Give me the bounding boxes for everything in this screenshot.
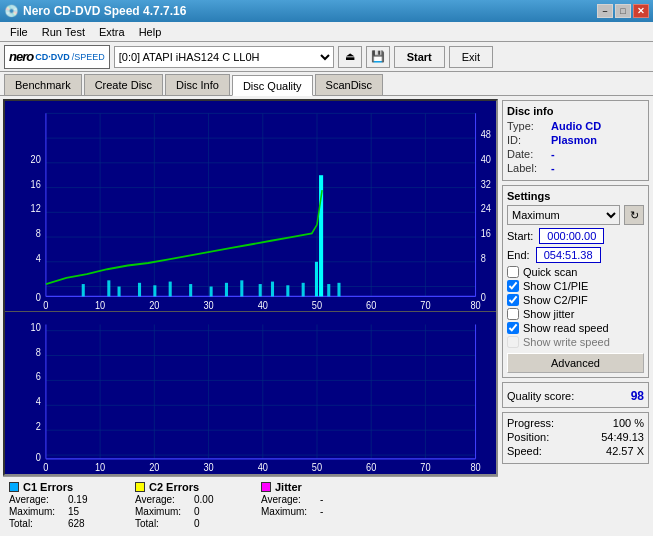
cd-dvd-speed-logo: CD·DVD [35, 52, 70, 62]
tab-create-disc[interactable]: Create Disc [84, 74, 163, 95]
svg-text:80: 80 [470, 299, 481, 311]
c1-legend: C1 Errors Average: 0.19 Maximum: 15 Tota… [9, 481, 119, 529]
window-title: Nero CD-DVD Speed 4.7.7.16 [23, 4, 186, 18]
svg-text:70: 70 [420, 299, 431, 311]
quality-score-label: Quality score: [507, 390, 574, 402]
svg-rect-52 [259, 284, 262, 296]
svg-rect-47 [169, 282, 172, 297]
tab-scandisc[interactable]: ScanDisc [315, 74, 383, 95]
svg-text:30: 30 [203, 462, 214, 474]
id-value: Plasmon [551, 134, 597, 146]
c2-color-swatch [135, 482, 145, 492]
jitter-label: Show jitter [523, 308, 574, 320]
c1-total-label: Total: [9, 518, 64, 529]
upper-chart: 0 4 8 12 16 20 0 8 16 24 32 40 48 0 10 [5, 101, 496, 312]
svg-text:0: 0 [43, 299, 48, 311]
jitter-title: Jitter [275, 481, 302, 493]
jitter-checkbox[interactable] [507, 308, 519, 320]
svg-text:40: 40 [258, 462, 269, 474]
refresh-button[interactable]: ↻ [624, 205, 644, 225]
c1-max-label: Maximum: [9, 506, 64, 517]
save-button[interactable]: 💾 [366, 46, 390, 68]
c1pie-label: Show C1/PIE [523, 280, 588, 292]
eject-button[interactable]: ⏏ [338, 46, 362, 68]
jitter-avg-value: - [320, 494, 323, 505]
menu-extra[interactable]: Extra [93, 24, 131, 40]
jitter-legend: Jitter Average: - Maximum: - [261, 481, 371, 529]
c2-legend: C2 Errors Average: 0.00 Maximum: 0 Total… [135, 481, 245, 529]
c2-max-value: 0 [194, 506, 200, 517]
speed-select[interactable]: Maximum [507, 205, 620, 225]
c1-total-value: 628 [68, 518, 85, 529]
svg-rect-53 [271, 282, 274, 297]
menu-help[interactable]: Help [133, 24, 168, 40]
tab-disc-info[interactable]: Disc Info [165, 74, 230, 95]
svg-text:8: 8 [481, 252, 486, 264]
svg-text:0: 0 [36, 452, 41, 464]
settings-panel: Settings Maximum ↻ Start: End: Quick sca… [502, 185, 649, 378]
end-time-input[interactable] [536, 247, 601, 263]
svg-text:2: 2 [36, 421, 41, 433]
speed-logo: /SPEED [72, 52, 105, 62]
c2-title: C2 Errors [149, 481, 199, 493]
speed-value: 42.57 X [606, 445, 644, 457]
maximize-button[interactable]: □ [615, 4, 631, 18]
c2pif-label: Show C2/PIF [523, 294, 588, 306]
svg-rect-48 [189, 284, 192, 296]
svg-rect-54 [286, 285, 289, 296]
type-value: Audio CD [551, 120, 601, 132]
menu-run-test[interactable]: Run Test [36, 24, 91, 40]
jitter-avg-label: Average: [261, 494, 316, 505]
start-button[interactable]: Start [394, 46, 445, 68]
quick-scan-checkbox[interactable] [507, 266, 519, 278]
tab-disc-quality[interactable]: Disc Quality [232, 75, 313, 96]
progress-panel: Progress: 100 % Position: 54:49.13 Speed… [502, 412, 649, 464]
svg-rect-55 [302, 283, 305, 297]
svg-text:80: 80 [470, 462, 481, 474]
close-button[interactable]: ✕ [633, 4, 649, 18]
main-content: 0 4 8 12 16 20 0 8 16 24 32 40 48 0 10 [0, 96, 653, 536]
svg-rect-42 [82, 284, 85, 296]
svg-text:4: 4 [36, 396, 41, 408]
svg-text:60: 60 [366, 462, 377, 474]
write-speed-label: Show write speed [523, 336, 610, 348]
disc-label-label: Label: [507, 162, 547, 174]
quick-scan-label: Quick scan [523, 266, 577, 278]
svg-text:10: 10 [31, 321, 42, 333]
svg-text:16: 16 [31, 178, 42, 190]
svg-rect-49 [210, 287, 213, 297]
c1pie-checkbox[interactable] [507, 280, 519, 292]
nero-logo: nero [9, 49, 33, 64]
svg-text:10: 10 [95, 299, 106, 311]
c2pif-checkbox[interactable] [507, 294, 519, 306]
advanced-button[interactable]: Advanced [507, 353, 644, 373]
id-label: ID: [507, 134, 547, 146]
c2-max-label: Maximum: [135, 506, 190, 517]
c2-avg-label: Average: [135, 494, 190, 505]
drive-select[interactable]: [0:0] ATAPI iHAS124 C LL0H [114, 46, 334, 68]
svg-text:0: 0 [481, 292, 486, 304]
c1-color-swatch [9, 482, 19, 492]
settings-title: Settings [507, 190, 644, 202]
quality-score-value: 98 [631, 389, 644, 403]
svg-text:48: 48 [481, 128, 492, 140]
menu-file[interactable]: File [4, 24, 34, 40]
tab-benchmark[interactable]: Benchmark [4, 74, 82, 95]
speed-label: Speed: [507, 445, 542, 457]
svg-text:20: 20 [149, 462, 160, 474]
tabs-bar: Benchmark Create Disc Disc Info Disc Qua… [0, 72, 653, 96]
c1-avg-label: Average: [9, 494, 64, 505]
read-speed-checkbox[interactable] [507, 322, 519, 334]
menu-bar: File Run Test Extra Help [0, 22, 653, 42]
exit-button[interactable]: Exit [449, 46, 493, 68]
svg-text:20: 20 [31, 153, 42, 165]
svg-rect-45 [138, 283, 141, 297]
minimize-button[interactable]: – [597, 4, 613, 18]
start-time-input[interactable] [539, 228, 604, 244]
svg-rect-0 [5, 101, 496, 311]
svg-text:20: 20 [149, 299, 160, 311]
svg-rect-43 [107, 280, 110, 296]
c2-avg-value: 0.00 [194, 494, 213, 505]
jitter-max-value: - [320, 506, 323, 517]
svg-text:40: 40 [481, 153, 492, 165]
